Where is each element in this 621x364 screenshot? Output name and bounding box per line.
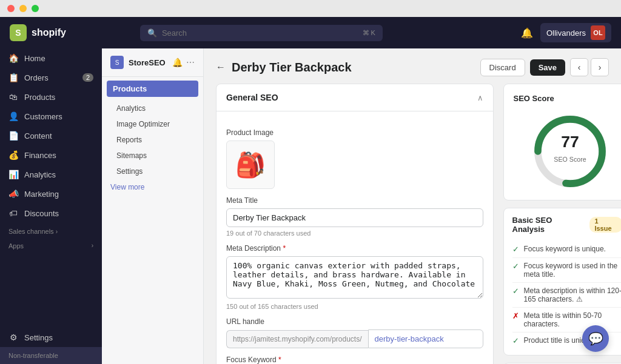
sidebar-item-finances[interactable]: 💰 Finances [0,145,102,165]
url-handle-label: URL handle [226,317,483,326]
basic-analysis-badge: 1 Issue [589,217,621,233]
content-icon: 📄 [8,131,18,141]
storeseo-logo: S [110,56,124,69]
check-pass-icon: ✓ [512,286,519,296]
non-transferable-label: Non-transferable [0,347,102,364]
basic-analysis-title: Basic SEO Analysis 1 Issue [512,216,621,234]
view-more-link[interactable]: View more [102,179,203,195]
search-input[interactable] [162,28,358,38]
search-bar[interactable]: 🔍 ⌘ K [140,25,383,41]
prev-button[interactable]: ‹ [570,58,588,76]
subsidebar-subitem-label: Image Optimizer [116,120,170,128]
home-icon: 🏠 [8,53,18,63]
subsidebar-subitem-label: Sitemaps [116,151,147,160]
sidebar-item-products[interactable]: 🛍 Products [0,87,102,107]
subsidebar-subitem-analytics[interactable]: Analytics [102,101,203,116]
settings-icon: ⚙ [8,333,18,342]
marketing-icon: 📣 [8,189,18,199]
meta-title-input[interactable] [226,208,483,227]
analysis-item-text: Focus keyword is unique. [524,245,606,253]
sidebar-item-analytics[interactable]: 📊 Analytics [0,165,102,184]
score-label: SEO Score [554,156,586,163]
traffic-light-green[interactable] [32,5,39,12]
product-image-label: Product Image [226,128,483,137]
analysis-item: ✓ Meta description is within 120-165 cha… [512,283,621,308]
shopify-brand-name: shopify [32,27,66,38]
account-badge[interactable]: Ollivanders OL [540,23,611,42]
analytics-icon: 📊 [8,170,18,179]
general-seo-header: General SEO ∧ [217,84,493,111]
sidebar-item-orders[interactable]: 📋 Orders 2 [0,68,102,87]
seo-score-chart: 77 SEO Score [534,115,606,188]
menu-icon-sub[interactable]: ⋯ [186,58,195,67]
general-seo-body: Product Image 🎒 Meta Title 19 out of 70 … [217,111,493,364]
storeseo-icons: 🔔 ⋯ [172,58,195,67]
page-header-left: ← Derby Tier Backpack [216,61,352,74]
subsidebar-subitem-sitemaps[interactable]: Sitemaps [102,148,203,164]
traffic-light-red[interactable] [7,5,15,12]
chat-bubble[interactable]: 💬 [582,325,609,352]
subsidebar-subitem-reports[interactable]: Reports [102,132,203,148]
subsidebar-subitem-settings[interactable]: Settings [102,164,203,179]
sidebar-item-customers[interactable]: 👤 Customers [0,107,102,126]
sidebar-item-discounts[interactable]: 🏷 Discounts [0,204,102,223]
product-image-placeholder: 🎒 [235,151,266,179]
analysis-item: ✓ Focus keyword is used in the meta titl… [512,258,621,283]
check-pass-icon: ✓ [512,262,519,271]
url-prefix: https://jamitest.myshopify.com/products/ [226,330,368,348]
general-seo-title: General SEO [226,93,278,102]
traffic-light-yellow[interactable] [19,5,27,12]
apps-label: Apps › [0,237,102,252]
subsidebar-subitem-image-optimizer[interactable]: Image Optimizer [102,116,203,132]
settings-bottom: ⚙ Settings Non-transferable [0,328,102,364]
focus-keyword-label: Focus Keyword * [226,356,483,364]
meta-title-label: Meta Title [226,196,483,205]
sidebar-item-marketing[interactable]: 📣 Marketing [0,184,102,204]
bell-icon[interactable]: 🔔 [521,27,533,39]
sidebar-item-content[interactable]: 📄 Content [0,126,102,145]
page-title: Derby Tier Backpack [232,61,352,74]
score-number: 77 [561,133,579,151]
subsidebar-subitem-label: Analytics [116,104,146,113]
orders-badge: 2 [82,73,93,82]
score-circle-wrapper: 77 SEO Score [514,110,621,190]
seo-score-title: SEO Score [514,94,621,103]
sidebar-item-label: Products [24,93,55,102]
sales-channels-label: Sales channels › [0,223,102,237]
analysis-item: ✓ Focus keyword is unique. [512,241,621,258]
meta-description-input[interactable]: 100% organic canvas exterior with padded… [226,256,483,299]
header-right: 🔔 Ollivanders OL [521,23,611,42]
page-header: ← Derby Tier Backpack Discard Save ‹ › [204,48,621,84]
meta-description-label: Meta Description * [226,244,483,253]
analysis-item-text: Focus keyword is used in the meta title. [524,262,621,279]
storeseo-header: S StoreSEO 🔔 ⋯ [102,48,203,77]
bell-icon-sub[interactable]: 🔔 [172,58,183,67]
meta-title-hint: 19 out of 70 characters used [226,230,483,237]
sidebar-item-settings[interactable]: ⚙ Settings [0,328,102,347]
url-suffix-input[interactable] [368,329,483,348]
back-button[interactable]: ← [216,62,226,73]
discounts-icon: 🏷 [8,208,18,218]
product-image-box: 🎒 [226,141,275,189]
account-avatar: OL [591,25,605,40]
two-col-layout: General SEO ∧ Product Image 🎒 Meta Title… [204,84,621,364]
sidebar-item-label: Finances [24,151,56,160]
analysis-item-text: Meta title is within 50-70 characters. [524,311,621,328]
save-button[interactable]: Save [530,59,565,76]
storeseo-subsidebar: S StoreSEO 🔔 ⋯ Products Analytics Image … [102,48,204,364]
subsidebar-item-products[interactable]: Products [107,81,198,97]
account-name: Ollivanders [546,28,586,38]
sidebar-item-home[interactable]: 🏠 Home [0,48,102,68]
main-layout: 🏠 Home 📋 Orders 2 🛍 Products 👤 Customers… [0,48,621,364]
general-seo-card: General SEO ∧ Product Image 🎒 Meta Title… [216,84,494,364]
meta-description-hint: 150 out of 165 characters used [226,303,483,310]
sidebar-item-label: Content [24,131,52,141]
sidebar-item-label: Orders [24,73,49,82]
analysis-item-text: Meta description is within 120-165 chara… [524,286,621,303]
search-shortcut: ⌘ K [363,29,375,37]
collapse-icon[interactable]: ∧ [477,93,483,102]
finances-icon: 💰 [8,150,18,160]
main-column: General SEO ∧ Product Image 🎒 Meta Title… [216,84,494,364]
discard-button[interactable]: Discard [480,59,525,76]
next-button[interactable]: › [591,58,609,76]
